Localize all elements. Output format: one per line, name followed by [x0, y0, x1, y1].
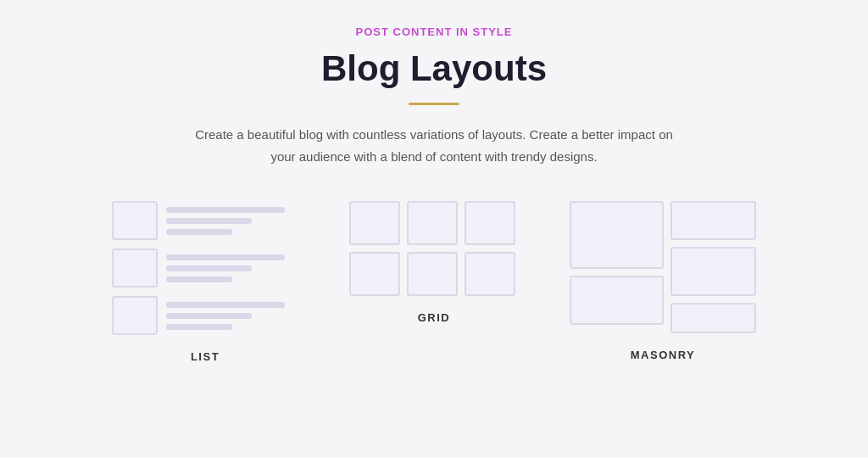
grid-illustration	[349, 201, 519, 296]
masonry-col-left	[570, 201, 664, 333]
grid-cell	[349, 252, 400, 296]
section-description: Create a beautiful blog with countless v…	[188, 124, 680, 167]
masonry-block	[670, 201, 756, 240]
page-wrapper: POST CONTENT IN STYLE Blog Layouts Creat…	[0, 0, 868, 458]
list-line	[166, 254, 285, 260]
list-thumbnail	[112, 201, 158, 240]
list-row	[112, 201, 298, 240]
list-line	[166, 218, 252, 224]
list-thumbnail	[112, 296, 158, 335]
list-line	[166, 276, 232, 282]
list-line	[166, 265, 252, 271]
grid-cell	[349, 201, 400, 245]
list-lines	[166, 207, 298, 235]
masonry-block	[570, 201, 664, 269]
layout-item-grid: GRID	[349, 201, 519, 324]
layout-label-grid: GRID	[418, 311, 451, 324]
masonry-block	[570, 276, 664, 325]
grid-cell	[465, 201, 515, 245]
section-title: Blog Layouts	[321, 48, 547, 89]
layout-item-masonry: MASONRY	[570, 201, 756, 361]
list-line	[166, 302, 285, 308]
list-illustration	[112, 201, 298, 335]
layout-label-list: LIST	[191, 350, 220, 363]
list-line	[166, 229, 232, 235]
layout-item-list: LIST	[112, 201, 298, 363]
list-row	[112, 296, 298, 335]
masonry-col-right	[670, 201, 756, 333]
grid-cell	[407, 252, 458, 296]
masonry-block	[670, 303, 756, 333]
masonry-illustration	[570, 201, 756, 333]
list-thumbnail	[112, 249, 158, 288]
list-lines	[166, 254, 298, 282]
list-lines	[166, 302, 298, 330]
section-tag: POST CONTENT IN STYLE	[356, 25, 513, 38]
list-line	[166, 207, 285, 213]
grid-row	[349, 252, 519, 296]
layouts-row: LIST GRID	[34, 201, 834, 363]
masonry-block	[670, 247, 756, 296]
list-line	[166, 313, 252, 319]
list-row	[112, 249, 298, 288]
list-line	[166, 324, 232, 330]
divider	[409, 103, 459, 105]
grid-cell	[407, 201, 458, 245]
layout-label-masonry: MASONRY	[631, 349, 695, 361]
grid-row	[349, 201, 519, 245]
grid-cell	[465, 252, 515, 296]
